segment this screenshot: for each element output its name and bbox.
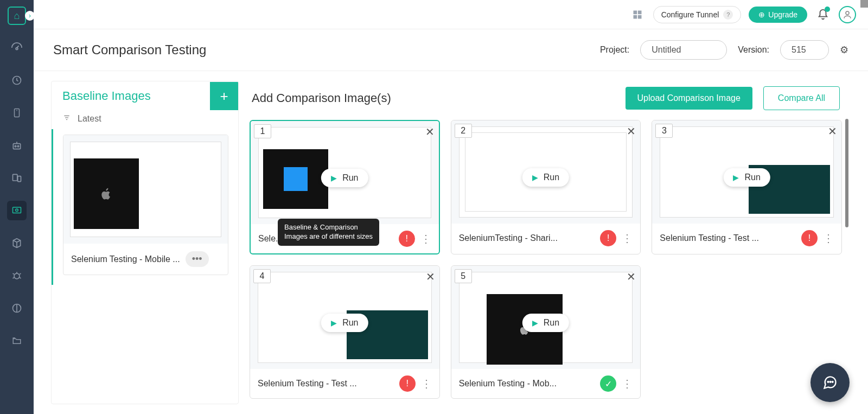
upgrade-button[interactable]: ⊕ Upgrade: [749, 7, 807, 23]
baseline-heading: Baseline Images: [52, 81, 210, 111]
svg-rect-6: [13, 174, 17, 181]
comparison-heading: Add Comparison Image(s): [252, 91, 615, 105]
page-title: Smart Comparison Testing: [53, 42, 206, 58]
page-header: Smart Comparison Testing Project: Versio…: [34, 29, 868, 71]
svg-point-4: [15, 145, 16, 147]
baseline-panel: Baseline Images + Latest: [51, 81, 239, 404]
svg-rect-12: [633, 10, 637, 14]
run-button[interactable]: ▶ Run: [723, 168, 770, 187]
card-title: SeleniumTesting - Shari...: [459, 233, 595, 243]
nav-integrations-icon[interactable]: [7, 298, 27, 318]
nav-dashboard-icon[interactable]: [7, 38, 27, 58]
avatar[interactable]: [839, 6, 856, 23]
run-button[interactable]: ▶ Run: [522, 314, 569, 332]
grid-apps-icon[interactable]: [629, 7, 646, 23]
svg-rect-14: [633, 15, 637, 18]
run-label: Run: [544, 173, 559, 182]
svg-rect-13: [637, 10, 641, 14]
nav-responsive-icon[interactable]: [7, 168, 27, 188]
comparison-card[interactable]: 4 ✕ ▶ Run Selenium Testing - Test ... !: [250, 265, 440, 399]
comparison-card[interactable]: 2 ✕ ▶ Run SeleniumTesting - Shari... !: [451, 120, 641, 254]
notifications-icon[interactable]: [815, 7, 831, 23]
notification-dot: [825, 7, 830, 12]
comparison-grid: 1 ✕ ▶ Run Baseline & Comparison Images a…: [250, 120, 842, 404]
card-menu-icon[interactable]: ⋮: [823, 232, 834, 245]
play-icon: ▶: [733, 173, 739, 182]
comparison-card[interactable]: 5 ✕ ▶ Run Selenium Testing - Mob..: [451, 265, 641, 399]
nav-automation-icon[interactable]: [7, 136, 27, 155]
card-number-badge: 5: [455, 269, 472, 283]
logo-icon[interactable]: ⌂ ›: [8, 7, 26, 25]
card-menu-icon[interactable]: ⋮: [622, 377, 633, 390]
scrollbar-top[interactable]: [860, 0, 868, 8]
compare-all-button[interactable]: Compare All: [763, 86, 840, 110]
card-title: Selenium Testing - Test ...: [258, 379, 394, 388]
svg-point-9: [16, 209, 18, 212]
nav-builds-icon[interactable]: [7, 233, 27, 253]
comparison-card[interactable]: 3 ✕ ▶ Run Selenium Testing - Test ... !: [652, 120, 842, 254]
close-icon[interactable]: ✕: [425, 125, 435, 138]
card-title: Selenium Testing - Mob...: [459, 379, 595, 388]
content-area: Baseline Images + Latest: [34, 71, 868, 414]
play-icon: ▶: [331, 174, 337, 182]
card-title: Selenium Testing - Test ...: [660, 233, 796, 243]
run-button[interactable]: ▶ Run: [321, 314, 368, 332]
card-number-badge: 2: [455, 124, 472, 138]
svg-rect-15: [637, 15, 641, 18]
status-error-icon[interactable]: !: [399, 231, 415, 247]
size-mismatch-tooltip: Baseline & Comparison Images are of diff…: [278, 219, 379, 246]
status-error-icon[interactable]: !: [600, 230, 616, 246]
svg-rect-7: [18, 176, 21, 182]
run-button[interactable]: ▶ Run: [321, 169, 368, 187]
close-icon[interactable]: ✕: [426, 270, 435, 283]
run-button[interactable]: ▶ Run: [522, 168, 569, 187]
run-label: Run: [342, 173, 358, 183]
apple-icon: [74, 158, 139, 229]
close-icon[interactable]: ✕: [627, 125, 636, 138]
upload-comparison-button[interactable]: Upload Comparison Image: [626, 87, 752, 110]
version-label: Version:: [738, 45, 769, 55]
svg-point-17: [828, 381, 829, 383]
status-error-icon[interactable]: !: [801, 230, 818, 246]
status-error-icon[interactable]: !: [399, 375, 416, 392]
nav-device-icon[interactable]: [7, 103, 27, 123]
settings-gear-icon[interactable]: ⚙: [840, 44, 848, 56]
left-sidebar: ⌂ ›: [0, 0, 34, 414]
status-ok-icon[interactable]: ✓: [600, 375, 616, 392]
nav-projects-icon[interactable]: [7, 331, 27, 351]
chat-fab-icon[interactable]: [810, 363, 850, 402]
svg-point-19: [832, 381, 833, 383]
expand-sidebar-icon[interactable]: ›: [25, 11, 35, 21]
comparison-card[interactable]: 1 ✕ ▶ Run Baseline & Comparison Images a…: [250, 120, 440, 254]
play-icon: ▶: [331, 319, 337, 327]
card-menu-icon[interactable]: ⋮: [622, 232, 633, 245]
scrollbar-thumb[interactable]: [845, 119, 848, 227]
run-label: Run: [544, 318, 559, 328]
svg-point-18: [830, 381, 831, 383]
card-number-badge: 4: [253, 269, 271, 283]
card-menu-icon[interactable]: ⋮: [421, 377, 432, 390]
nav-visual-icon[interactable]: [7, 201, 27, 220]
card-menu-icon[interactable]: ⋮: [420, 232, 431, 245]
configure-tunnel-label: Configure Tunnel: [661, 10, 719, 19]
close-icon[interactable]: ✕: [627, 270, 636, 283]
project-label: Project:: [600, 45, 629, 55]
filter-icon[interactable]: [62, 114, 71, 124]
nav-history-icon[interactable]: [7, 71, 27, 90]
topbar: Configure Tunnel ? ⊕ Upgrade: [34, 0, 868, 29]
play-icon: ▶: [532, 173, 538, 182]
version-input[interactable]: [780, 40, 829, 60]
close-icon[interactable]: ✕: [828, 125, 837, 138]
project-input[interactable]: [640, 40, 727, 60]
nav-bugs-icon[interactable]: [7, 266, 27, 285]
filter-label: Latest: [78, 114, 101, 124]
run-label: Run: [342, 318, 358, 328]
help-icon[interactable]: ?: [723, 10, 733, 20]
main-area: Configure Tunnel ? ⊕ Upgrade Smart Compa…: [34, 0, 868, 414]
baseline-more-button[interactable]: •••: [186, 251, 209, 267]
baseline-thumbnail: [63, 135, 228, 244]
baseline-card[interactable]: Selenium Testing - Mobile ... •••: [63, 135, 228, 275]
svg-point-5: [17, 145, 19, 147]
add-baseline-button[interactable]: +: [210, 82, 238, 110]
configure-tunnel-button[interactable]: Configure Tunnel ?: [653, 6, 742, 23]
